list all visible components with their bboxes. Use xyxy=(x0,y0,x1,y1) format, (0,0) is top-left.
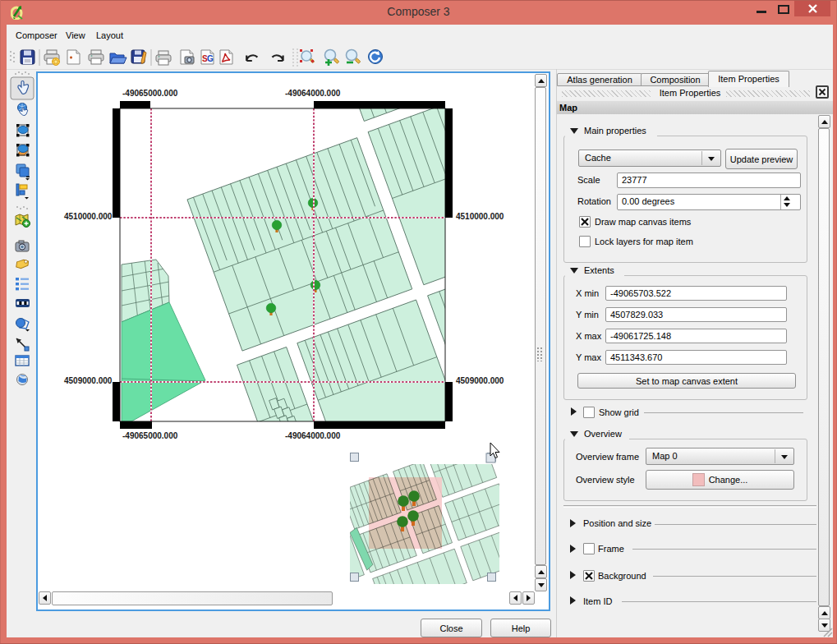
svg-text:G: G xyxy=(207,54,214,63)
